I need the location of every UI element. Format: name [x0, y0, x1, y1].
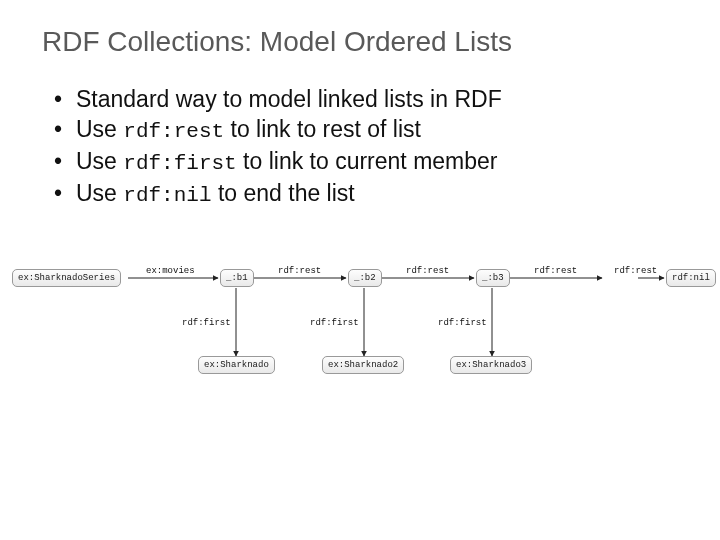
edge-label: rdf:rest: [406, 266, 449, 276]
bullet-text-post: to link to rest of list: [224, 116, 421, 142]
list-item: • Use rdf:first to link to current membe…: [52, 146, 680, 178]
graph-node-movie: ex:Sharknado: [198, 356, 275, 374]
list-item: • Use rdf:nil to end the list: [52, 178, 680, 210]
bullet-text: Standard way to model linked lists in RD…: [76, 86, 502, 112]
bullet-text-pre: Use: [76, 116, 123, 142]
bullet-icon: •: [52, 178, 76, 210]
graph-node-nil: rdf:nil: [666, 269, 716, 287]
list-item: • Standard way to model linked lists in …: [52, 84, 680, 114]
bullet-text-post: to end the list: [212, 180, 355, 206]
list-item: • Use rdf:rest to link to rest of list: [52, 114, 680, 146]
edge-label: rdf:rest: [278, 266, 321, 276]
graph-node-movie: ex:Sharknado3: [450, 356, 532, 374]
bullet-code: rdf:nil: [123, 184, 211, 207]
page-title: RDF Collections: Model Ordered Lists: [42, 26, 512, 58]
bullet-text-pre: Use: [76, 148, 123, 174]
bullet-icon: •: [52, 84, 76, 114]
edge-label: rdf:rest: [614, 266, 657, 276]
bullet-icon: •: [52, 146, 76, 178]
graph-node-series: ex:SharknadoSeries: [12, 269, 121, 287]
edge-label: ex:movies: [146, 266, 195, 276]
bullet-text-post: to link to current member: [237, 148, 498, 174]
bullet-icon: •: [52, 114, 76, 146]
graph-node-blank: _:b3: [476, 269, 510, 287]
edge-label: rdf:first: [182, 318, 231, 328]
edge-label: rdf:first: [438, 318, 487, 328]
bullet-text-pre: Use: [76, 180, 123, 206]
graph-node-blank: _:b1: [220, 269, 254, 287]
edge-label: rdf:rest: [534, 266, 577, 276]
bullet-code: rdf:first: [123, 152, 236, 175]
edge-label: rdf:first: [310, 318, 359, 328]
bullet-code: rdf:rest: [123, 120, 224, 143]
graph-node-blank: _:b2: [348, 269, 382, 287]
rdf-diagram: ex:SharknadoSeries _:b1 _:b2 _:b3 rdf:ni…: [8, 264, 712, 414]
bullet-list: • Standard way to model linked lists in …: [52, 84, 680, 210]
graph-node-movie: ex:Sharknado2: [322, 356, 404, 374]
